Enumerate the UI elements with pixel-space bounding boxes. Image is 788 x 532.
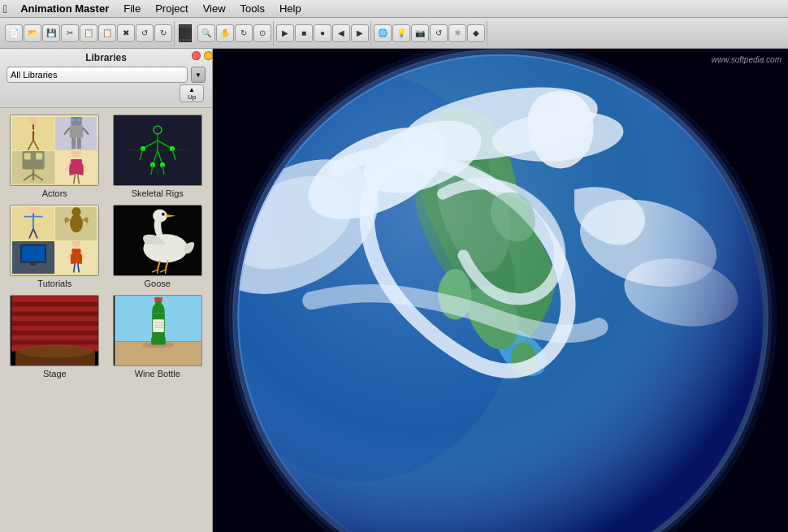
svg-line-29 <box>143 141 158 149</box>
library-item-goose[interactable]: Goose <box>110 205 206 288</box>
svg-rect-16 <box>36 153 42 159</box>
svg-line-30 <box>158 141 172 149</box>
toolbar-light-btn[interactable]: 💡 <box>392 24 410 42</box>
svg-line-46 <box>33 229 37 239</box>
svg-rect-6 <box>71 117 81 126</box>
toolbar-group-file: 📄 📂 💾 ✂ 📋 📋 ✖ ↺ ↻ <box>3 21 175 45</box>
svg-rect-73 <box>11 316 99 321</box>
svg-rect-78 <box>11 340 99 345</box>
library-item-skeletal-label: Skeletal Rigs <box>132 188 184 198</box>
menu-tools[interactable]: Tools <box>234 1 271 16</box>
up-label: Up <box>188 93 196 101</box>
toolbar-redo-btn[interactable]: ↻ <box>154 24 172 42</box>
toolbar-zoom-btn[interactable]: 🔍 <box>197 24 215 42</box>
library-item-tutorials[interactable]: Tutorials <box>6 205 103 288</box>
svg-point-48 <box>71 207 80 216</box>
svg-line-2 <box>25 130 33 136</box>
toolbar-play-btn[interactable]: ▶ <box>276 24 294 42</box>
library-selector-arrow-icon[interactable]: ▼ <box>191 67 206 83</box>
svg-line-5 <box>33 141 39 150</box>
library-item-stage[interactable]: Stage <box>6 295 103 378</box>
svg-rect-13 <box>77 119 80 122</box>
libraries-panel: Libraries All Libraries Actors Skeletal … <box>0 49 213 532</box>
svg-line-19 <box>33 174 43 180</box>
library-thumb-wine-bottle <box>113 295 202 366</box>
toolbar-camera-btn[interactable]: 📷 <box>411 24 429 42</box>
menu-view[interactable]: View <box>197 1 232 16</box>
toolbar-save-btn[interactable]: 💾 <box>42 24 60 42</box>
toolbar-cut-btn[interactable]: ✂ <box>61 24 79 42</box>
library-item-stage-label: Stage <box>43 369 67 378</box>
svg-point-41 <box>29 207 37 214</box>
apple-logo-icon[interactable]:  <box>3 2 7 15</box>
library-item-wine-bottle-label: Wine Bottle <box>135 369 180 378</box>
watermark: www.softpedia.com <box>712 55 782 64</box>
library-header: Libraries All Libraries Actors Skeletal … <box>0 49 212 108</box>
toolbar-pan-btn[interactable]: ✋ <box>216 24 234 42</box>
library-thumb-actors <box>10 115 99 186</box>
svg-line-8 <box>64 128 70 135</box>
library-item-goose-label: Goose <box>145 279 171 288</box>
toolbar-group-anim: ▶ ■ ● ◀ ▶ <box>275 21 371 45</box>
toolbar-rotate-btn[interactable]: ↻ <box>235 24 253 42</box>
svg-rect-70 <box>11 302 99 307</box>
toolbar-film-icon <box>179 24 192 42</box>
svg-line-24 <box>77 174 79 184</box>
toolbar-group-render: 🌐 💡 📷 ↺ ⚛ ◆ <box>372 21 487 45</box>
svg-line-57 <box>77 262 79 272</box>
menu-file[interactable]: File <box>117 1 147 16</box>
svg-point-82 <box>17 345 93 358</box>
library-item-wine-bottle[interactable]: Wine Bottle <box>110 295 206 378</box>
svg-line-23 <box>73 174 75 184</box>
earth-visual: www.softpedia.com <box>213 49 788 532</box>
svg-point-53 <box>72 241 80 248</box>
toolbar-group-view: 🔍 ✋ ↻ ⊙ <box>196 21 274 45</box>
svg-line-56 <box>73 262 75 272</box>
toolbar-record-btn[interactable]: ● <box>314 24 331 42</box>
toolbar-undo-btn[interactable]: ↺ <box>136 24 154 42</box>
library-up-button[interactable]: ▲ Up <box>180 84 204 102</box>
svg-point-61 <box>162 213 165 216</box>
svg-rect-11 <box>76 138 80 149</box>
svg-rect-7 <box>69 126 83 138</box>
library-item-actors-label: Actors <box>42 188 67 198</box>
svg-rect-89 <box>154 297 162 301</box>
window-minimize-btn[interactable] <box>204 51 213 60</box>
toolbar-render-btn[interactable]: 🌐 <box>374 24 392 42</box>
svg-rect-76 <box>11 331 99 335</box>
window-buttons <box>192 51 213 60</box>
svg-rect-12 <box>72 119 75 122</box>
menu-help[interactable]: Help <box>273 1 308 16</box>
menu-project[interactable]: Project <box>149 1 194 16</box>
svg-rect-75 <box>11 326 99 331</box>
library-item-tutorials-label: Tutorials <box>37 279 71 288</box>
library-selector[interactable]: All Libraries Actors Skeletal Rigs Tutor… <box>6 67 188 83</box>
svg-rect-90 <box>153 319 164 332</box>
library-item-skeletal[interactable]: Skeletal Rigs <box>110 115 206 198</box>
toolbar-select-btn[interactable]: ↺ <box>430 24 448 42</box>
svg-rect-72 <box>11 312 99 317</box>
svg-line-18 <box>24 174 33 180</box>
library-item-actors[interactable]: Actors <box>6 115 103 198</box>
toolbar-paste-btn[interactable]: 📋 <box>98 24 116 42</box>
toolbar-frame-next-btn[interactable]: ▶ <box>351 24 369 42</box>
window-close-btn[interactable] <box>192 51 201 60</box>
toolbar-new-btn[interactable]: 📄 <box>5 24 23 42</box>
svg-point-20 <box>71 151 81 158</box>
svg-point-47 <box>70 214 83 232</box>
toolbar: 📄 📂 💾 ✂ 📋 📋 ✖ ↺ ↻ 🔍 ✋ ↻ ⊙ ▶ ■ ● ◀ ▶ 🌐 💡 … <box>0 18 788 49</box>
toolbar-frame-prev-btn[interactable]: ◀ <box>332 24 350 42</box>
menu-app-name[interactable]: Animation Master <box>14 1 115 16</box>
toolbar-bone-btn[interactable]: ⚛ <box>448 24 466 42</box>
library-thumb-skeletal <box>113 115 202 186</box>
toolbar-stop-btn[interactable]: ■ <box>295 24 313 42</box>
svg-line-4 <box>28 141 33 150</box>
toolbar-open-btn[interactable]: 📂 <box>24 24 41 42</box>
toolbar-model-btn[interactable]: ◆ <box>467 24 485 42</box>
toolbar-delete-btn[interactable]: ✖ <box>117 24 135 42</box>
svg-rect-50 <box>22 245 45 261</box>
toolbar-copy-btn[interactable]: 📋 <box>80 24 97 42</box>
toolbar-reset-btn[interactable]: ⊙ <box>253 24 271 42</box>
library-thumb-goose <box>113 205 202 276</box>
svg-rect-69 <box>11 296 99 302</box>
